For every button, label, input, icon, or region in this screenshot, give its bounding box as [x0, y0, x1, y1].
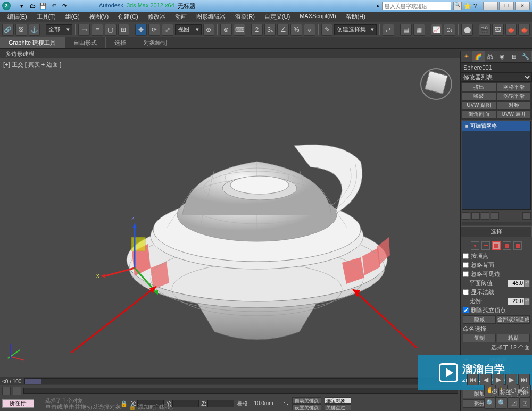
- menu-customize[interactable]: 自定义(U): [260, 12, 294, 22]
- gotostart-icon[interactable]: ⏮: [467, 374, 479, 385]
- shownorm-check[interactable]: [463, 289, 469, 295]
- modifier-stack[interactable]: 可编辑网格: [462, 121, 531, 210]
- tab-create-icon[interactable]: ☀: [461, 51, 472, 62]
- gotoend-icon[interactable]: ⏭: [518, 374, 530, 385]
- unlink-icon[interactable]: ⛓: [15, 24, 27, 36]
- schematic-icon[interactable]: 🗂: [444, 24, 455, 36]
- pin-icon[interactable]: [462, 212, 470, 220]
- zoomall-icon[interactable]: 🔍: [496, 397, 508, 409]
- manip-icon[interactable]: ⊚: [220, 24, 232, 36]
- snap3d-icon[interactable]: 3ₛ: [264, 24, 276, 36]
- trackbar-mode-icon[interactable]: [2, 387, 11, 395]
- play-icon[interactable]: ▶: [493, 374, 504, 385]
- y-input[interactable]: [172, 400, 199, 407]
- deliso-check[interactable]: [463, 307, 469, 313]
- stack-item[interactable]: 可编辑网格: [462, 121, 530, 131]
- mod-meshsmooth[interactable]: 网格平滑: [497, 83, 531, 91]
- filter-select[interactable]: 全部▾: [46, 24, 72, 35]
- object-name-input[interactable]: [461, 63, 532, 72]
- maximize-button[interactable]: ☐: [499, 2, 514, 10]
- pivot-icon[interactable]: ⊕: [203, 24, 215, 36]
- trackbar-track[interactable]: [23, 388, 458, 394]
- byvertex-check[interactable]: [463, 253, 469, 259]
- menu-view[interactable]: 视图(V): [85, 12, 113, 22]
- material-icon[interactable]: ⬤: [461, 24, 473, 36]
- bind-icon[interactable]: ⚓: [29, 24, 40, 36]
- render-icon[interactable]: 🫖: [505, 24, 517, 36]
- autokey-button[interactable]: 自动关键点: [292, 397, 321, 404]
- menu-animation[interactable]: 动画: [171, 12, 191, 22]
- timeline-track[interactable]: [24, 378, 443, 384]
- ribbon-sub[interactable]: 多边形建模: [0, 49, 532, 58]
- key-lock-icon[interactable]: 🗝: [283, 400, 289, 407]
- trackbar-key-icon[interactable]: [13, 387, 21, 395]
- viewport[interactable]: [+] 正交 [ 真实 + 边面 ]: [0, 58, 460, 371]
- unhideall-button[interactable]: 全部取消隐藏: [497, 315, 530, 324]
- spinner-icon[interactable]: ▴▾: [525, 280, 530, 287]
- tab-modify-icon[interactable]: 🌈: [472, 51, 484, 62]
- zoomext-icon[interactable]: ⊡: [519, 397, 531, 409]
- spinnersnap-icon[interactable]: ⟐: [304, 24, 315, 36]
- mod-uvwmap[interactable]: UVW 贴图: [462, 101, 496, 110]
- layer-icon[interactable]: ▦: [413, 24, 425, 36]
- link-icon[interactable]: 🔗: [2, 24, 14, 36]
- vertex-icon[interactable]: [471, 241, 479, 250]
- element-icon[interactable]: [513, 241, 522, 250]
- help-icon[interactable]: ?: [473, 3, 477, 9]
- tab-freeform[interactable]: 自由形式: [65, 37, 106, 48]
- paste-button[interactable]: 粘贴: [497, 334, 530, 342]
- poly-icon[interactable]: [503, 241, 511, 250]
- script-listener[interactable]: 所在行:: [2, 399, 34, 408]
- select-name-icon[interactable]: ≡: [92, 24, 103, 36]
- menu-help[interactable]: 帮助(H): [342, 12, 370, 22]
- mod-extrude[interactable]: 挤出: [462, 83, 496, 91]
- tab-graphite[interactable]: Graphite 建模工具: [0, 37, 65, 48]
- window-cross-icon[interactable]: ⊞: [118, 24, 130, 36]
- menu-render[interactable]: 渲染(R): [231, 12, 259, 22]
- z-input[interactable]: [207, 400, 234, 407]
- region-icon[interactable]: ▢: [105, 24, 117, 36]
- selset-input[interactable]: 选定对象: [325, 397, 351, 404]
- mod-bevel[interactable]: 倒角剖面: [462, 110, 496, 119]
- ignoreback-check[interactable]: [463, 262, 469, 268]
- search-icon[interactable]: 🔍: [453, 2, 462, 10]
- config-icon[interactable]: [522, 212, 531, 220]
- tab-display-icon[interactable]: 🖥: [508, 51, 520, 62]
- keyfilter-button[interactable]: 关键点过滤器: [325, 404, 351, 410]
- tab-hierarchy-icon[interactable]: 品: [485, 51, 496, 62]
- spinner-icon[interactable]: ▴▾: [525, 298, 530, 305]
- timecfg-icon[interactable]: ⏱: [491, 388, 499, 396]
- fov-icon[interactable]: ◿: [508, 397, 519, 409]
- snap2d-icon[interactable]: 2: [251, 24, 263, 36]
- select-icon[interactable]: ▭: [78, 24, 90, 36]
- rollout-sel-header[interactable]: 选择: [461, 226, 532, 237]
- time-slider[interactable]: < 0 / 100 100 >: [0, 377, 460, 385]
- hide-button[interactable]: 隐藏: [463, 315, 496, 324]
- copy-button[interactable]: 复制: [463, 334, 496, 342]
- menu-graph[interactable]: 图形编辑器: [192, 12, 230, 22]
- menu-create[interactable]: 创建(C): [114, 12, 142, 22]
- plane-thresh-input[interactable]: [508, 280, 525, 287]
- remove-icon[interactable]: [491, 212, 499, 220]
- star-icon[interactable]: ⭐: [464, 3, 471, 10]
- unique-icon[interactable]: [481, 212, 489, 220]
- minimize-button[interactable]: ─: [483, 2, 498, 10]
- qat-open-icon[interactable]: 🗁: [28, 2, 37, 10]
- refcoord-select[interactable]: 视图▾: [175, 24, 202, 35]
- qat-save-icon[interactable]: 💾: [38, 2, 48, 10]
- zoom-icon[interactable]: 🔍: [484, 397, 496, 409]
- scale-icon[interactable]: ⤢: [162, 24, 173, 36]
- ignorevis-check[interactable]: [463, 271, 469, 277]
- scale-input[interactable]: [508, 298, 525, 305]
- setkey-button[interactable]: 设置关键点: [292, 404, 321, 410]
- mod-uvwunwrap[interactable]: UVW 展开: [497, 110, 531, 119]
- tab-selection[interactable]: 选择: [106, 37, 135, 48]
- rendersetup-icon[interactable]: 🎬: [479, 24, 491, 36]
- menu-modifiers[interactable]: 修改器: [144, 12, 170, 22]
- app-logo-icon[interactable]: 3: [2, 2, 11, 10]
- curve-icon[interactable]: 📈: [431, 24, 443, 36]
- showend-icon[interactable]: [471, 212, 480, 220]
- rotate-icon[interactable]: ⟳: [148, 24, 160, 36]
- next-icon[interactable]: ▶: [505, 374, 517, 385]
- renderframe-icon[interactable]: 🖼: [492, 24, 504, 36]
